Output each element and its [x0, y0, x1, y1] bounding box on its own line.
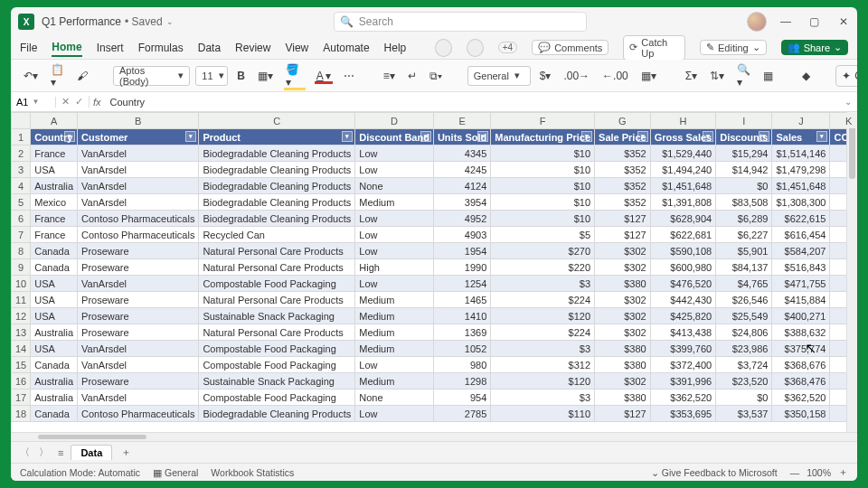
table-header-cell[interactable]: Gross Sales▾	[650, 129, 716, 145]
cell[interactable]: Compostable Food Packaging	[199, 341, 355, 357]
cell[interactable]: Low	[355, 211, 434, 227]
cell[interactable]: $4,765	[716, 276, 772, 292]
document-title[interactable]: Q1 Performance	[42, 15, 121, 28]
title-chevron-icon[interactable]: ⌄	[166, 17, 174, 26]
cell[interactable]: VanArsdel	[78, 276, 199, 292]
cell[interactable]: $590,108	[650, 243, 716, 259]
cell[interactable]: $362,520	[650, 389, 716, 406]
cell[interactable]: $224	[491, 324, 595, 341]
cell[interactable]: Natural Personal Care Products	[199, 324, 355, 341]
cell[interactable]: $1,391,808	[650, 194, 716, 211]
cell[interactable]: Australia	[31, 389, 78, 406]
cell[interactable]: $3,537	[716, 406, 772, 422]
font-color-button[interactable]: A▾	[313, 68, 335, 84]
cell[interactable]: $110	[491, 406, 595, 422]
wrap-text-button[interactable]: ↵	[404, 68, 420, 84]
cell[interactable]: $302	[595, 324, 651, 341]
table-header-cell[interactable]: Discount Band▾	[355, 129, 434, 145]
row-header[interactable]: 1	[12, 129, 31, 145]
cell[interactable]: Biodegradable Cleaning Products	[199, 178, 355, 194]
cell[interactable]: $399,760	[650, 341, 716, 357]
cell[interactable]: $413,438	[650, 324, 716, 341]
add-sheet-button[interactable]: ＋	[118, 446, 135, 459]
number-format-combo[interactable]: General▾	[467, 66, 531, 86]
filter-dropdown-icon[interactable]: ▾	[185, 131, 196, 142]
cell[interactable]: $15,294	[716, 145, 772, 162]
horizontal-scrollbar[interactable]	[11, 432, 857, 441]
cell[interactable]: Canada	[31, 357, 78, 373]
cell[interactable]: $388,632	[772, 324, 830, 341]
cell[interactable]: $352	[595, 162, 651, 178]
cell[interactable]: VanArsdel	[78, 145, 199, 162]
cell[interactable]: $302	[595, 308, 651, 324]
cell[interactable]: France	[31, 145, 78, 162]
cell[interactable]: VanArsdel	[78, 178, 199, 194]
cell[interactable]: Low	[355, 227, 434, 243]
cell[interactable]: Low	[355, 357, 434, 373]
feedback-link[interactable]: ⌄ Give Feedback to Microsoft	[651, 467, 778, 478]
filter-dropdown-icon[interactable]: ▾	[342, 131, 353, 142]
column-header[interactable]: G	[595, 113, 651, 129]
cell[interactable]: Low	[355, 243, 434, 259]
cell[interactable]: 980	[433, 357, 490, 373]
cell[interactable]: $220	[491, 259, 595, 276]
presence-overflow-badge[interactable]: +4	[498, 42, 517, 53]
fill-color-button[interactable]: 🪣▾	[282, 61, 307, 90]
cell[interactable]: None	[355, 389, 434, 406]
tab-home[interactable]: Home	[52, 39, 81, 57]
cell[interactable]: $302	[595, 259, 651, 276]
copilot-button[interactable]: ✦ Copilot	[835, 65, 857, 87]
row-header[interactable]: 7	[12, 227, 31, 243]
cell[interactable]: $23,986	[716, 341, 772, 357]
row-header[interactable]: 6	[12, 211, 31, 227]
cell[interactable]: $600,980	[650, 259, 716, 276]
cell[interactable]: $3,724	[716, 357, 772, 373]
filter-dropdown-icon[interactable]: ▾	[637, 131, 648, 142]
accessibility-label[interactable]: ▦ General	[153, 467, 198, 478]
column-header[interactable]: A	[31, 113, 78, 129]
cell[interactable]: $1,494,240	[650, 162, 716, 178]
cell[interactable]: VanArsdel	[78, 194, 199, 211]
row-header[interactable]: 16	[12, 373, 31, 389]
cell[interactable]: Proseware	[78, 243, 199, 259]
sheet-tab-data[interactable]: Data	[71, 445, 112, 460]
cell[interactable]: 4952	[433, 211, 490, 227]
cell[interactable]: $312	[491, 357, 595, 373]
cell[interactable]: $302	[595, 243, 651, 259]
cell[interactable]: $442,430	[650, 292, 716, 308]
cell[interactable]: $616,454	[772, 227, 830, 243]
cell[interactable]: Canada	[31, 259, 78, 276]
cell[interactable]: $352	[595, 178, 651, 194]
tab-view[interactable]: View	[285, 40, 308, 56]
cell[interactable]: $400,271	[772, 308, 830, 324]
accept-formula-icon[interactable]: ✓	[75, 96, 83, 108]
row-header[interactable]: 18	[12, 406, 31, 422]
cell[interactable]: Biodegradable Cleaning Products	[199, 406, 355, 422]
row-header[interactable]: 2	[12, 145, 31, 162]
cell[interactable]: 1990	[433, 259, 490, 276]
font-name-combo[interactable]: Aptos (Body)▾	[113, 66, 190, 86]
cell[interactable]: Low	[355, 406, 434, 422]
tab-insert[interactable]: Insert	[97, 40, 124, 56]
user-avatar[interactable]	[747, 12, 767, 32]
cell[interactable]: $270	[491, 243, 595, 259]
filter-dropdown-icon[interactable]: ▾	[477, 131, 488, 142]
row-header[interactable]: 14	[12, 341, 31, 357]
sort-filter-button[interactable]: ⇅▾	[706, 68, 728, 84]
cell[interactable]: Australia	[31, 373, 78, 389]
cell[interactable]: Natural Personal Care Products	[199, 243, 355, 259]
table-header-cell[interactable]: Sale Price▾	[595, 129, 651, 145]
cell[interactable]: Sustainable Snack Packaging	[199, 373, 355, 389]
cell[interactable]: 1254	[433, 276, 490, 292]
cell[interactable]: Medium	[355, 373, 434, 389]
cell[interactable]: $1,479,298	[772, 162, 830, 178]
cell[interactable]: $425,820	[650, 308, 716, 324]
cell[interactable]: $14,942	[716, 162, 772, 178]
cell[interactable]: Proseware	[78, 308, 199, 324]
undo-button[interactable]: ↶▾	[20, 68, 42, 84]
cell[interactable]: USA	[31, 292, 78, 308]
cell[interactable]: $10	[491, 145, 595, 162]
window-minimize-button[interactable]: —	[779, 15, 792, 28]
cell[interactable]: Proseware	[78, 324, 199, 341]
table-header-cell[interactable]: Discounts▾	[716, 129, 772, 145]
